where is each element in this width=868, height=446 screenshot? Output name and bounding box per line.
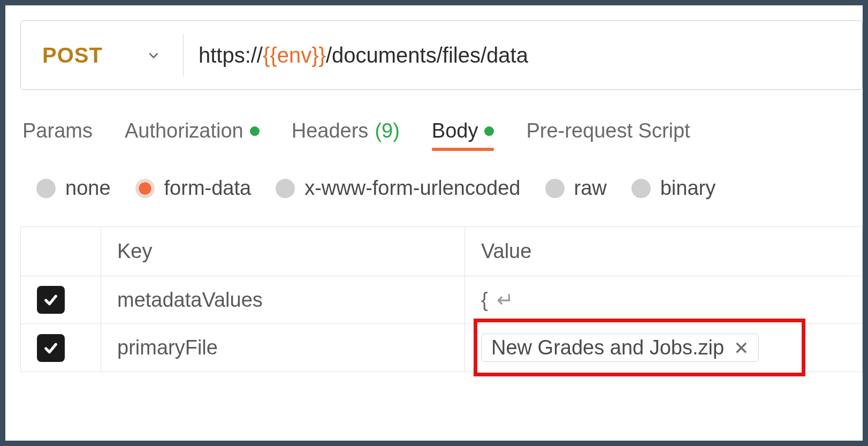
radio-icon <box>36 179 56 198</box>
radio-urlencoded-label: x-www-form-urlencoded <box>304 177 520 200</box>
radio-none-label: none <box>65 177 111 200</box>
http-method-select[interactable]: POST <box>21 34 184 77</box>
status-dot-icon <box>484 126 494 136</box>
col-header-value: Value <box>465 227 863 276</box>
col-header-key: Key <box>101 227 465 276</box>
tab-body[interactable]: Body <box>432 119 494 150</box>
url-suffix: /documents/files/data <box>326 43 528 67</box>
url-bar: POST https://{{env}}/documents/files/dat… <box>20 20 863 90</box>
table-row: primaryFile New Grades and Jobs.zip ✕ <box>21 324 863 372</box>
http-method-label: POST <box>42 43 103 67</box>
url-input[interactable]: https://{{env}}/documents/files/data <box>184 43 862 67</box>
radio-form-data[interactable]: form-data <box>135 177 252 200</box>
row-checkbox[interactable] <box>37 286 65 314</box>
radio-binary[interactable]: binary <box>631 177 716 200</box>
radio-form-data-label: form-data <box>164 177 252 200</box>
chevron-down-icon <box>146 47 162 63</box>
request-panel: POST https://{{env}}/documents/files/dat… <box>5 5 863 441</box>
file-chip-label: New Grades and Jobs.zip <box>491 336 724 359</box>
tab-headers-label: Headers <box>292 119 369 142</box>
tab-prerequest[interactable]: Pre-request Script <box>526 119 690 150</box>
table-row: metadataValues { ↵ <box>21 276 863 324</box>
value-cell[interactable]: { ↵ <box>465 276 863 324</box>
radio-icon <box>545 179 565 198</box>
row-checkbox[interactable] <box>37 334 65 362</box>
radio-icon <box>135 179 155 198</box>
radio-none[interactable]: none <box>36 177 111 200</box>
radio-raw-label: raw <box>574 177 607 200</box>
tab-headers-count: (9) <box>375 119 399 142</box>
body-type-radios: none form-data x-www-form-urlencoded raw… <box>20 177 863 200</box>
form-data-table: Key Value metadataValues { ↵ <box>20 226 863 372</box>
newline-icon: ↵ <box>491 289 514 311</box>
remove-file-icon[interactable]: ✕ <box>734 337 749 359</box>
radio-icon <box>276 179 295 198</box>
request-tabs: Params Authorization Headers (9) Body Pr… <box>20 119 863 150</box>
radio-icon <box>631 179 651 198</box>
url-variable: {{env}} <box>263 43 326 67</box>
value-cell[interactable]: New Grades and Jobs.zip ✕ <box>465 324 863 372</box>
radio-raw[interactable]: raw <box>545 177 607 200</box>
tab-params-label: Params <box>22 119 93 142</box>
key-cell[interactable]: primaryFile <box>101 324 465 372</box>
tab-authorization-label: Authorization <box>125 119 243 142</box>
radio-binary-label: binary <box>660 177 716 200</box>
tab-params[interactable]: Params <box>22 119 93 150</box>
key-cell[interactable]: metadataValues <box>101 276 465 324</box>
url-prefix: https:// <box>199 43 263 67</box>
tab-headers[interactable]: Headers (9) <box>292 119 400 150</box>
tab-prerequest-label: Pre-request Script <box>526 119 690 142</box>
col-header-check <box>21 227 101 276</box>
tab-body-label: Body <box>432 119 478 142</box>
status-dot-icon <box>250 126 260 136</box>
tab-authorization[interactable]: Authorization <box>125 119 260 150</box>
radio-urlencoded[interactable]: x-www-form-urlencoded <box>276 177 520 200</box>
value-text: { <box>481 289 488 311</box>
file-chip[interactable]: New Grades and Jobs.zip ✕ <box>481 334 759 362</box>
